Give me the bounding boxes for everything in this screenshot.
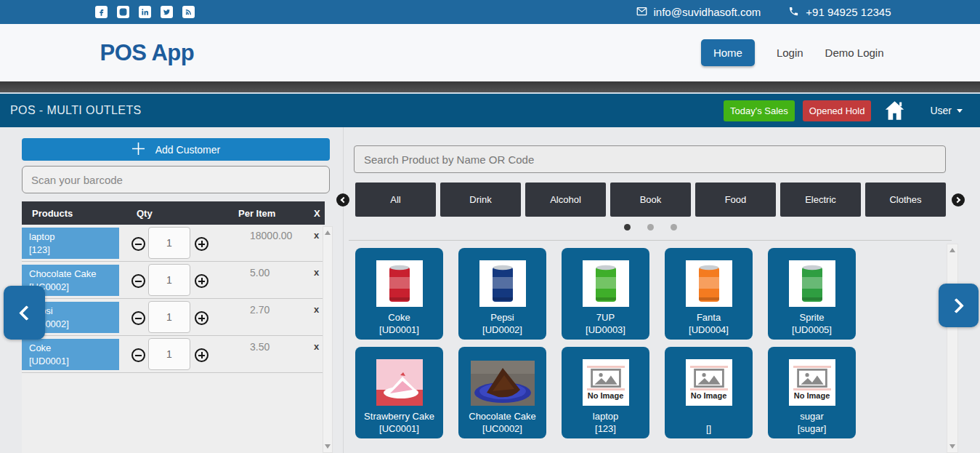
app-logo[interactable]: POS App (100, 40, 195, 66)
product-card[interactable]: 7UP [UD0003] (562, 248, 649, 340)
category-tab[interactable]: Food (695, 183, 776, 217)
home-icon[interactable] (883, 100, 906, 121)
phone-text: +91 94925 12345 (806, 6, 891, 18)
user-menu[interactable]: User (930, 105, 963, 116)
carousel-dot[interactable] (671, 224, 677, 230)
opened-hold-button[interactable]: Opened Hold (803, 100, 872, 121)
qty-input[interactable] (148, 338, 190, 370)
decrease-qty-button[interactable] (131, 311, 145, 325)
chevron-down-icon (957, 109, 963, 113)
carousel-dots (355, 224, 946, 230)
product-image-chocolate-cake (471, 361, 535, 406)
increase-qty-button[interactable] (195, 348, 208, 362)
product-card[interactable]: No Image laptop [123] (562, 347, 649, 438)
cart-table: Products Qty Per Item X laptop[123] 1800… (22, 201, 333, 453)
pos-content: Add Customer Products Qty Per Item X lap… (0, 127, 980, 453)
categories-next-button[interactable] (952, 193, 965, 207)
increase-qty-button[interactable] (195, 311, 208, 325)
grid-scrollbar[interactable] (947, 244, 958, 453)
cart-row: laptop[123] 18000.00 x (22, 225, 323, 262)
product-name: Sprite (768, 312, 856, 324)
qty-input[interactable] (148, 227, 190, 259)
col-qty: Qty (137, 208, 153, 219)
top-contact-bar: info@suvidhasoft.com +91 94925 12345 (0, 0, 980, 24)
contact-phone[interactable]: +91 94925 12345 (788, 6, 891, 19)
product-code: [UD0001] (355, 324, 443, 336)
product-card[interactable]: No Image sugar [sugar] (768, 347, 856, 438)
product-card[interactable]: Sprite [UD0005] (768, 248, 856, 340)
site-header: POS App HomeLoginDemo Login (0, 24, 980, 81)
remove-item-button[interactable]: x (314, 341, 319, 352)
decrease-qty-button[interactable] (131, 348, 145, 362)
carousel-dot[interactable] (624, 224, 631, 230)
product-card[interactable]: Fanta [UD0004] (665, 248, 753, 340)
per-item-price: 3.50 (250, 341, 270, 353)
rss-icon[interactable] (182, 6, 195, 18)
chevron-right-icon (949, 297, 964, 313)
cart-table-header: Products Qty Per Item X (22, 201, 325, 225)
cart-scrollbar[interactable] (323, 226, 333, 453)
category-tab[interactable]: Alcohol (525, 183, 606, 217)
product-code: [UD0002] (458, 324, 546, 336)
scroll-down-arrow[interactable] (949, 444, 955, 449)
remove-item-button[interactable]: x (314, 267, 319, 278)
contact-email[interactable]: info@suvidhasoft.com (636, 6, 761, 19)
product-code: [sugar] (768, 422, 856, 435)
linkedin-icon[interactable] (139, 6, 151, 18)
qty-input[interactable] (148, 264, 190, 296)
chevron-left-icon (19, 305, 34, 320)
category-tab[interactable]: Electric (780, 183, 861, 217)
nav-link[interactable]: Demo Login (825, 47, 884, 59)
product-code: [UD0005] (768, 324, 856, 336)
todays-sales-button[interactable]: Today's Sales (724, 100, 795, 121)
category-tab[interactable]: All (355, 183, 436, 217)
product-grid: Coke [UD0001] Pepsi [UD0002] 7UP [UD0003… (355, 248, 947, 438)
twitter-icon[interactable] (161, 6, 173, 18)
col-remove: X (314, 208, 320, 219)
product-image-no-image: No Image (789, 359, 835, 406)
remove-item-button[interactable]: x (314, 230, 319, 241)
product-card[interactable]: Chocolate Cake [UC0002] (458, 347, 546, 438)
add-customer-button[interactable]: Add Customer (22, 138, 330, 161)
cart-product-label[interactable]: Coke[UD0001] (22, 339, 119, 370)
scroll-up-arrow[interactable] (325, 230, 331, 235)
social-links (95, 6, 195, 18)
category-tab[interactable]: Book (610, 183, 691, 217)
product-search-input[interactable] (354, 145, 946, 173)
scroll-up-arrow[interactable] (949, 248, 955, 252)
facebook-icon[interactable] (95, 6, 108, 18)
panel-collapse-left-button[interactable] (4, 286, 45, 340)
scroll-down-arrow[interactable] (325, 444, 331, 449)
product-name: sugar (768, 411, 856, 422)
product-code: [UC0001] (355, 422, 443, 435)
product-code: [] (665, 422, 753, 435)
envelope-icon (636, 6, 647, 19)
product-code: [123] (562, 422, 649, 435)
product-card[interactable]: No Image [] (665, 347, 753, 438)
remove-item-button[interactable]: x (314, 304, 319, 315)
panel-collapse-right-button[interactable] (939, 284, 979, 327)
plus-icon (131, 142, 145, 158)
category-tab[interactable]: Clothes (865, 183, 946, 217)
increase-qty-button[interactable] (195, 274, 208, 288)
chevron-left-icon (341, 197, 347, 203)
increase-qty-button[interactable] (195, 237, 208, 251)
qty-input[interactable] (148, 301, 190, 333)
category-tab[interactable]: Drink (440, 183, 521, 217)
product-card[interactable]: Pepsi [UD0002] (458, 248, 546, 340)
product-name: laptop (562, 411, 649, 422)
product-name: Fanta (665, 312, 753, 324)
product-card[interactable]: Coke [UD0001] (355, 248, 443, 340)
nav-link[interactable]: Home (701, 39, 755, 66)
product-card[interactable]: Strawberry Cake [UC0001] (355, 347, 443, 438)
product-name: Coke (355, 312, 443, 324)
categories-prev-button[interactable] (336, 193, 349, 207)
product-code: [UC0002] (458, 422, 546, 435)
nav-link[interactable]: Login (777, 47, 803, 59)
instagram-icon[interactable] (117, 6, 129, 18)
decrease-qty-button[interactable] (131, 237, 145, 251)
decrease-qty-button[interactable] (131, 274, 145, 288)
cart-product-label[interactable]: laptop[123] (22, 228, 119, 259)
barcode-input[interactable] (22, 166, 330, 193)
carousel-dot[interactable] (647, 224, 654, 230)
